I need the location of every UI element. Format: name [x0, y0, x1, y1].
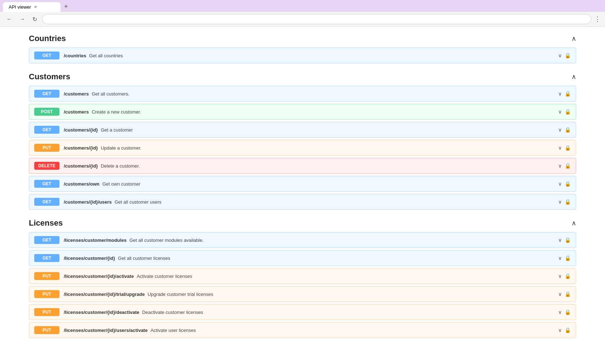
api-description: Update a customer. [101, 145, 142, 151]
api-row-actions: ∨🔒 [558, 163, 571, 169]
browser-menu-button[interactable]: ⋮ [594, 15, 601, 23]
api-row-delete--customers--id-[interactable]: DELETE/customers/{id}Delete a customer.∨… [29, 158, 576, 174]
method-badge-get: GET [34, 198, 59, 206]
method-badge-get: GET [34, 254, 59, 262]
api-row-actions: ∨🔒 [558, 181, 571, 187]
api-description: Deactivate customer licenses [142, 310, 203, 315]
forward-button[interactable]: → [17, 15, 27, 23]
lock-icon: 🔒 [565, 291, 571, 297]
api-description: Activate customer licenses [137, 274, 192, 279]
chevron-down-icon[interactable]: ∨ [558, 327, 562, 333]
section-chevron-licenses[interactable]: ∧ [571, 219, 576, 227]
api-row-actions: ∨🔒 [558, 109, 571, 115]
section-customers: Customers∧GET/customersGet all customers… [29, 72, 576, 210]
api-row-get--licenses-customer-modules[interactable]: GET/licenses/customer/modulesGet all cus… [29, 232, 576, 248]
chevron-down-icon[interactable]: ∨ [558, 91, 562, 97]
api-row-get--customers--id--users[interactable]: GET/customers/{id}/usersGet all customer… [29, 194, 576, 210]
api-path: /licenses/customer/{id}/users/activate [64, 328, 148, 333]
api-row-put--licenses-customer--id--trial-upgrade[interactable]: PUT/licenses/customer/{id}/trial/upgrade… [29, 286, 576, 302]
chevron-down-icon[interactable]: ∨ [558, 309, 562, 315]
method-badge-put: PUT [34, 272, 59, 280]
api-row-put--licenses-customer--id--activate[interactable]: PUT/licenses/customer/{id}/activateActiv… [29, 268, 576, 284]
api-description: Get a customer [101, 127, 133, 133]
chevron-down-icon[interactable]: ∨ [558, 53, 562, 58]
api-path: /countries [64, 53, 86, 58]
chevron-down-icon[interactable]: ∨ [558, 127, 562, 133]
chevron-down-icon[interactable]: ∨ [558, 163, 562, 169]
api-row-put--customers--id-[interactable]: PUT/customers/{id}Update a customer.∨🔒 [29, 140, 576, 156]
api-row-get--customers-own[interactable]: GET/customers/ownGet own customer∨🔒 [29, 176, 576, 192]
api-description: Get own customer [102, 181, 141, 187]
method-badge-get: GET [34, 180, 59, 188]
tab-title: API viewer [9, 4, 31, 10]
lock-icon: 🔒 [565, 309, 571, 315]
api-description: Get all customer licenses [118, 256, 170, 261]
method-badge-put: PUT [34, 326, 59, 334]
chevron-down-icon[interactable]: ∨ [558, 181, 562, 187]
tab-close-button[interactable]: ✕ [34, 5, 37, 9]
api-row-get--licenses-customer--id-[interactable]: GET/licenses/customer/{id}Get all custom… [29, 250, 576, 266]
section-header-countries: Countries∧ [29, 34, 576, 43]
api-path: /customers/{id} [64, 163, 98, 169]
api-row-actions: ∨🔒 [558, 145, 571, 151]
api-row-put--licenses-customer--id--deactivate[interactable]: PUT/licenses/customer/{id}/deactivateDea… [29, 304, 576, 320]
api-path: /customers/own [64, 181, 99, 187]
reload-button[interactable]: ↻ [30, 15, 39, 23]
api-row-get--customers[interactable]: GET/customersGet all customers.∨🔒 [29, 86, 576, 102]
api-path: /customers/{id}/users [64, 199, 112, 205]
api-path: /customers [64, 91, 89, 97]
section-chevron-customers[interactable]: ∧ [571, 73, 576, 81]
lock-icon: 🔒 [565, 273, 571, 279]
chevron-down-icon[interactable]: ∨ [558, 109, 562, 115]
section-licenses: Licenses∧GET/licenses/customer/modulesGe… [29, 218, 576, 338]
lock-icon: 🔒 [565, 237, 571, 243]
section-title-licenses: Licenses [29, 218, 63, 228]
method-badge-put: PUT [34, 144, 59, 152]
chevron-down-icon[interactable]: ∨ [558, 199, 562, 205]
chevron-down-icon[interactable]: ∨ [558, 255, 562, 261]
api-row-actions: ∨🔒 [558, 309, 571, 315]
section-title-countries: Countries [29, 34, 66, 43]
browser-tab[interactable]: API viewer ✕ [3, 2, 61, 12]
back-button[interactable]: ← [4, 15, 14, 23]
api-row-actions: ∨🔒 [558, 91, 571, 97]
api-description: Delete a customer. [101, 163, 140, 169]
section-chevron-countries[interactable]: ∧ [571, 35, 576, 43]
method-badge-get: GET [34, 52, 59, 59]
lock-icon: 🔒 [565, 181, 571, 187]
lock-icon: 🔒 [565, 255, 571, 261]
api-row-get--customers--id-[interactable]: GET/customers/{id}Get a customer∨🔒 [29, 122, 576, 138]
method-badge-put: PUT [34, 308, 59, 316]
api-row-actions: ∨🔒 [558, 53, 571, 58]
api-path: /customers/{id} [64, 145, 98, 151]
api-description: Upgrade customer trial licenses [148, 292, 213, 297]
api-description: Get all countries [89, 53, 123, 58]
api-path: /licenses/customer/{id}/activate [64, 274, 134, 279]
lock-icon: 🔒 [565, 163, 571, 169]
chevron-down-icon[interactable]: ∨ [558, 273, 562, 279]
chevron-down-icon[interactable]: ∨ [558, 291, 562, 297]
lock-icon: 🔒 [565, 109, 571, 115]
api-row-actions: ∨🔒 [558, 291, 571, 297]
method-badge-get: GET [34, 126, 59, 134]
lock-icon: 🔒 [565, 199, 571, 205]
api-description: Create a new customer. [92, 109, 141, 115]
new-tab-button[interactable]: + [61, 1, 71, 12]
api-row-post--customers[interactable]: POST/customersCreate a new customer.∨🔒 [29, 104, 576, 120]
api-path: /licenses/customer/{id}/deactivate [64, 310, 139, 315]
chevron-down-icon[interactable]: ∨ [558, 237, 562, 243]
lock-icon: 🔒 [565, 53, 571, 58]
api-row-put--licenses-customer--id--users-activate[interactable]: PUT/licenses/customer/{id}/users/activat… [29, 322, 576, 338]
lock-icon: 🔒 [565, 145, 571, 151]
method-badge-get: GET [34, 90, 59, 98]
address-bar[interactable] [42, 14, 591, 24]
api-description: Get all customers. [92, 91, 129, 97]
api-row-get--countries[interactable]: GET/countriesGet all countries∨🔒 [29, 48, 576, 63]
nav-bar: ← → ↻ ⋮ [0, 12, 605, 27]
section-header-customers: Customers∧ [29, 72, 576, 81]
chevron-down-icon[interactable]: ∨ [558, 145, 562, 151]
api-row-actions: ∨🔒 [558, 127, 571, 133]
method-badge-put: PUT [34, 290, 59, 298]
api-description: Get all customer users [115, 199, 161, 205]
method-badge-get: GET [34, 236, 59, 244]
